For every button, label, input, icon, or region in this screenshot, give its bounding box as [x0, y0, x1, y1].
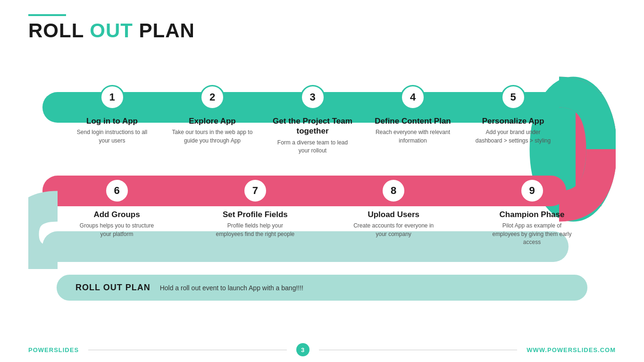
footer-line-right	[319, 350, 518, 350]
step-circle-1: 1	[100, 85, 125, 109]
step-circle-7: 7	[243, 178, 268, 203]
step-title-1: Log in to App	[86, 116, 138, 126]
footer-url: WWW.POWERSLIDES.COM	[527, 346, 616, 354]
header-accent-line	[28, 14, 66, 16]
step-title-3: Get the Project Team together	[271, 116, 354, 136]
title-black2: PLAN	[133, 19, 195, 42]
step-item-1: 1 Log in to App Send login instructions …	[71, 85, 153, 155]
step-desc-1: Send login instructions to all your user…	[71, 128, 153, 145]
title-green: OUT	[90, 19, 133, 42]
step-circle-3: 3	[301, 85, 325, 109]
step-title-4: Define Content Plan	[375, 116, 451, 126]
step-circle-6: 6	[105, 178, 129, 203]
page-title: ROLL OUT PLAN	[28, 20, 195, 42]
footer-brand-green: SLIDES	[54, 346, 79, 354]
steps-row-top: 1 Log in to App Send login instructions …	[71, 85, 554, 155]
step-desc-2: Take our tours in the web app to guide y…	[171, 128, 254, 145]
step-item-3: 3 Get the Project Team together Form a d…	[271, 85, 354, 155]
diagram-container: 1 Log in to App Send login instructions …	[28, 71, 616, 324]
bottom-banner: ROLL OUT PLAN Hold a roll out event to l…	[57, 275, 587, 301]
step-desc-4: Reach everyone with relevant information	[372, 128, 454, 145]
step-item-5: 5 Personalize App Add your brand under d…	[472, 85, 554, 155]
footer-brand: POWERSLIDES	[28, 346, 79, 354]
step-circle-9: 9	[520, 178, 544, 203]
step-title-6: Add Groups	[93, 210, 140, 219]
step-desc-8: Create accounts for everyone in your com…	[352, 222, 435, 238]
step-desc-6: Groups helps you to structure your platf…	[75, 222, 158, 238]
title-black: ROLL	[28, 19, 90, 42]
banner-desc: Hold a roll out event to launch App with…	[160, 284, 303, 292]
step-circle-5: 5	[501, 85, 526, 109]
step-title-7: Set Profile Fields	[223, 210, 288, 219]
banner-title: ROLL OUT PLAN	[75, 283, 151, 293]
step-desc-7: Profile fields help your employees find …	[214, 222, 296, 238]
header: ROLL OUT PLAN	[28, 14, 195, 42]
steps-row-bottom: 9 Champion Phase Pilot App as example of…	[75, 178, 573, 246]
step-item-2: 2 Explore App Take our tours in the web …	[171, 85, 254, 155]
footer: POWERSLIDES 3 WWW.POWERSLIDES.COM	[0, 343, 644, 356]
footer-page-number: 3	[296, 343, 309, 356]
step-desc-3: Form a diverse team to lead your rollout	[271, 139, 354, 155]
step-circle-8: 8	[381, 178, 406, 203]
step-title-8: Upload Users	[368, 210, 419, 219]
step-circle-2: 2	[200, 85, 225, 109]
step-item-8: 8 Upload Users Create accounts for every…	[352, 178, 435, 246]
step-title-2: Explore App	[189, 116, 236, 126]
step-circle-4: 4	[401, 85, 425, 109]
footer-brand-black: POWER	[28, 346, 54, 354]
step-item-4: 4 Define Content Plan Reach everyone wit…	[372, 85, 454, 155]
step-item-6: 6 Add Groups Groups helps you to structu…	[75, 178, 158, 246]
step-item-9: 9 Champion Phase Pilot App as example of…	[491, 178, 573, 246]
step-desc-5: Add your brand under dashboard > setting…	[472, 128, 554, 145]
step-desc-9: Pilot App as example of employees by giv…	[491, 222, 573, 246]
footer-line-left	[88, 350, 287, 350]
step-item-7: 7 Set Profile Fields Profile fields help…	[214, 178, 296, 246]
step-title-9: Champion Phase	[500, 210, 565, 219]
step-title-5: Personalize App	[482, 116, 544, 126]
